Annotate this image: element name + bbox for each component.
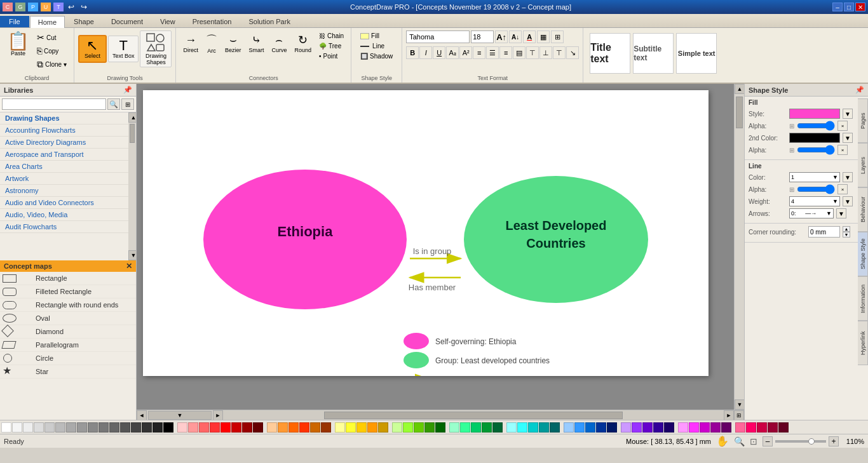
lib-item-audio-video-media[interactable]: Audio, Video, Media bbox=[0, 209, 128, 221]
corner-up-btn[interactable]: ▲ bbox=[843, 226, 850, 232]
color-4[interactable] bbox=[44, 422, 55, 433]
color-10[interactable] bbox=[109, 422, 119, 433]
color-p1[interactable] bbox=[621, 422, 631, 433]
color-teal5[interactable] bbox=[492, 422, 503, 433]
font-size-input[interactable] bbox=[471, 30, 494, 43]
color-y1[interactable] bbox=[335, 422, 345, 433]
paste-button[interactable]: 📋 Paste bbox=[4, 30, 32, 58]
color-c5[interactable] bbox=[550, 422, 560, 433]
italic-button[interactable]: I bbox=[419, 46, 432, 59]
bold-button[interactable]: B bbox=[406, 46, 419, 59]
color-o6[interactable] bbox=[321, 422, 331, 433]
color-1[interactable] bbox=[12, 422, 22, 433]
color-black[interactable] bbox=[163, 422, 173, 433]
color-r7[interactable] bbox=[242, 422, 252, 433]
fill-style-dropdown[interactable]: ▼ bbox=[843, 109, 853, 119]
second-alpha-reset[interactable]: × bbox=[837, 145, 848, 155]
hand-icon[interactable]: ✋ bbox=[716, 435, 729, 447]
cut-button[interactable]: ✂Cut bbox=[34, 31, 69, 44]
select-button[interactable]: ↖ Select bbox=[78, 35, 107, 63]
library-search-button[interactable]: 🔍 bbox=[107, 98, 120, 110]
hscroll-thumb[interactable] bbox=[324, 412, 623, 419]
color-r4[interactable] bbox=[210, 422, 220, 433]
color-c4[interactable] bbox=[539, 422, 549, 433]
lib-scroll-up[interactable]: ▲ bbox=[128, 112, 136, 123]
shrink-font-button[interactable]: A↓ bbox=[509, 30, 522, 43]
align-center-button[interactable]: ☰ bbox=[486, 46, 499, 59]
shape-oval[interactable]: Oval bbox=[0, 312, 136, 325]
page-name[interactable]: ▼ bbox=[148, 411, 212, 420]
zoom-in-button[interactable]: + bbox=[829, 436, 839, 446]
shape-star[interactable]: ★ Star bbox=[0, 365, 136, 379]
side-tab-hyperlink[interactable]: Hyperlink bbox=[858, 321, 868, 365]
font-name-input[interactable] bbox=[406, 30, 470, 43]
line-alpha-slider[interactable] bbox=[797, 187, 835, 192]
color-b4[interactable] bbox=[596, 422, 606, 433]
tree-button[interactable]: 🌳Tree bbox=[316, 41, 346, 51]
color-y5[interactable] bbox=[378, 422, 388, 433]
color-14[interactable] bbox=[153, 422, 163, 433]
page-nav-prev[interactable]: ◄ bbox=[137, 410, 147, 420]
arrows-expand[interactable]: ▼ bbox=[836, 208, 846, 218]
canvas-vscroll-track[interactable] bbox=[735, 94, 744, 399]
color-o4[interactable] bbox=[299, 422, 309, 433]
curve-connector-button[interactable]: ⌢Curve bbox=[268, 30, 290, 56]
color-r2[interactable] bbox=[188, 422, 198, 433]
tab-presentation[interactable]: Presentation bbox=[184, 15, 240, 27]
color-12[interactable] bbox=[131, 422, 141, 433]
font-color-button[interactable]: A bbox=[523, 30, 536, 43]
color-9[interactable] bbox=[98, 422, 109, 433]
color-m5[interactable] bbox=[721, 422, 731, 433]
textbox-button[interactable]: T Text Box bbox=[108, 36, 139, 62]
color-c1[interactable] bbox=[506, 422, 517, 433]
color-b3[interactable] bbox=[585, 422, 595, 433]
color-11[interactable] bbox=[120, 422, 130, 433]
lib-item-astronomy[interactable]: Astronomy bbox=[0, 185, 128, 197]
corner-down-btn[interactable]: ▼ bbox=[843, 232, 850, 238]
lib-item-active-directory[interactable]: Active Directory Diagrams bbox=[0, 137, 128, 149]
subscript-button[interactable]: A₂ bbox=[446, 46, 459, 59]
simple-style-box[interactable]: Simple text bbox=[676, 33, 717, 74]
color-teal2[interactable] bbox=[460, 422, 470, 433]
corner-rounding-input[interactable]: 0 mm bbox=[808, 226, 840, 238]
side-tab-information[interactable]: Information bbox=[858, 276, 868, 321]
font-menu-button[interactable]: ⊞ bbox=[551, 30, 564, 43]
lib-scroll-thumb[interactable] bbox=[130, 124, 135, 143]
lib-item-drawing-shapes[interactable]: Drawing Shapes bbox=[0, 112, 128, 124]
color-r1[interactable] bbox=[177, 422, 187, 433]
color-3[interactable] bbox=[34, 422, 44, 433]
color-m4[interactable] bbox=[710, 422, 721, 433]
tab-home[interactable]: Home bbox=[30, 16, 65, 28]
canvas-scroll[interactable]: Ethiopia Least Developed Countries Is in… bbox=[137, 84, 734, 410]
tab-view[interactable]: View bbox=[152, 15, 184, 27]
color-7[interactable] bbox=[77, 422, 87, 433]
color-b2[interactable] bbox=[574, 422, 585, 433]
color-teal3[interactable] bbox=[471, 422, 481, 433]
color-p3[interactable] bbox=[642, 422, 653, 433]
lib-item-aerospace[interactable]: Aerospace and Transport bbox=[0, 149, 128, 161]
concept-maps-close-button[interactable]: ✕ bbox=[126, 262, 132, 271]
bezier-connector-button[interactable]: ⌣Bezier bbox=[222, 30, 245, 56]
color-o1[interactable] bbox=[267, 422, 277, 433]
drawing-shapes-button[interactable]: Drawing Shapes bbox=[140, 30, 172, 67]
color-g2[interactable] bbox=[403, 422, 413, 433]
redo-icon[interactable]: ↪ bbox=[79, 3, 89, 11]
library-search-input[interactable] bbox=[2, 98, 106, 110]
color-r3[interactable] bbox=[199, 422, 209, 433]
canvas-vscroll-thumb[interactable] bbox=[736, 97, 743, 128]
color-pk2[interactable] bbox=[746, 422, 756, 433]
fill-alpha-slider[interactable] bbox=[797, 123, 835, 128]
underline-button[interactable]: U bbox=[433, 46, 445, 59]
side-tab-shape-style[interactable]: Shape Style bbox=[858, 232, 868, 276]
color-g4[interactable] bbox=[424, 422, 435, 433]
line-button[interactable]: Line bbox=[358, 41, 395, 51]
maximize-btn[interactable]: □ bbox=[844, 3, 854, 11]
zoom-thumb[interactable] bbox=[808, 438, 815, 445]
fill-alpha-reset[interactable]: × bbox=[837, 121, 848, 131]
shape-filleted-rectangle[interactable]: Filleted Rectangle bbox=[0, 285, 136, 299]
color-m2[interactable] bbox=[689, 422, 699, 433]
smart-connector-button[interactable]: ⤷Smart bbox=[245, 30, 267, 56]
copy-button[interactable]: ⎘Copy bbox=[34, 44, 69, 57]
line-color-expand[interactable]: ▼ bbox=[843, 172, 853, 182]
round-connector-button[interactable]: ↻Round bbox=[292, 30, 315, 56]
